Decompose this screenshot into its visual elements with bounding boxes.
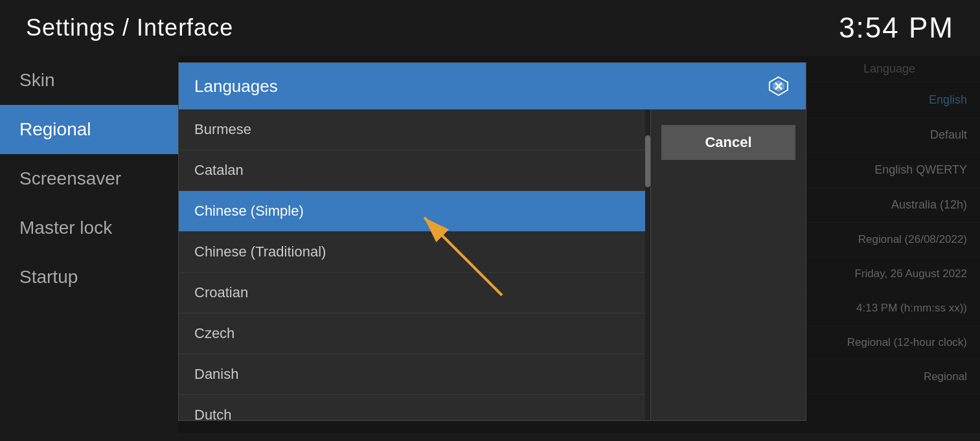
dialog-close-button[interactable]	[767, 74, 790, 98]
sidebar-item-skin[interactable]: Skin	[0, 56, 178, 105]
lang-item-croatian[interactable]: Croatian	[179, 273, 645, 313]
current-time: 3:54 PM	[839, 12, 954, 44]
lang-item-catalan[interactable]: Catalan	[179, 150, 645, 191]
sidebar-item-startup[interactable]: Startup	[0, 253, 178, 302]
sidebar: Skin Regional Screensaver Master lock St…	[0, 56, 178, 433]
cancel-button[interactable]: Cancel	[661, 125, 795, 160]
header: Settings / Interface 3:54 PM	[0, 0, 980, 56]
lang-item-dutch[interactable]: Dutch	[179, 395, 645, 420]
page-title: Settings / Interface	[26, 14, 233, 41]
sidebar-item-regional[interactable]: Regional	[0, 105, 178, 154]
content-area: Language English Default English QWERTY …	[178, 56, 980, 433]
lang-item-chinese-trad[interactable]: Chinese (Traditional)	[179, 232, 645, 273]
dialog-header: Languages	[179, 63, 806, 109]
lang-item-danish[interactable]: Danish	[179, 354, 645, 395]
languages-dialog: Languages	[178, 62, 806, 421]
dialog-body: Burmese Catalan Chinese (Simple) Chinese…	[179, 109, 806, 420]
lang-item-burmese[interactable]: Burmese	[179, 109, 645, 150]
lang-item-chinese-simple[interactable]: Chinese (Simple)	[179, 191, 645, 232]
scrollbar-thumb[interactable]	[645, 135, 650, 187]
kodi-logo-icon	[768, 76, 789, 96]
dialog-title: Languages	[194, 76, 278, 96]
sidebar-item-screensaver[interactable]: Screensaver	[0, 154, 178, 203]
language-list[interactable]: Burmese Catalan Chinese (Simple) Chinese…	[179, 109, 645, 420]
sidebar-item-masterlock[interactable]: Master lock	[0, 203, 178, 253]
dialog-actions: Cancel	[650, 109, 806, 420]
scrollbar-track[interactable]	[645, 109, 650, 420]
lang-item-czech[interactable]: Czech	[179, 313, 645, 354]
dialog-overlay: Languages	[178, 56, 980, 433]
main-layout: Skin Regional Screensaver Master lock St…	[0, 56, 980, 433]
